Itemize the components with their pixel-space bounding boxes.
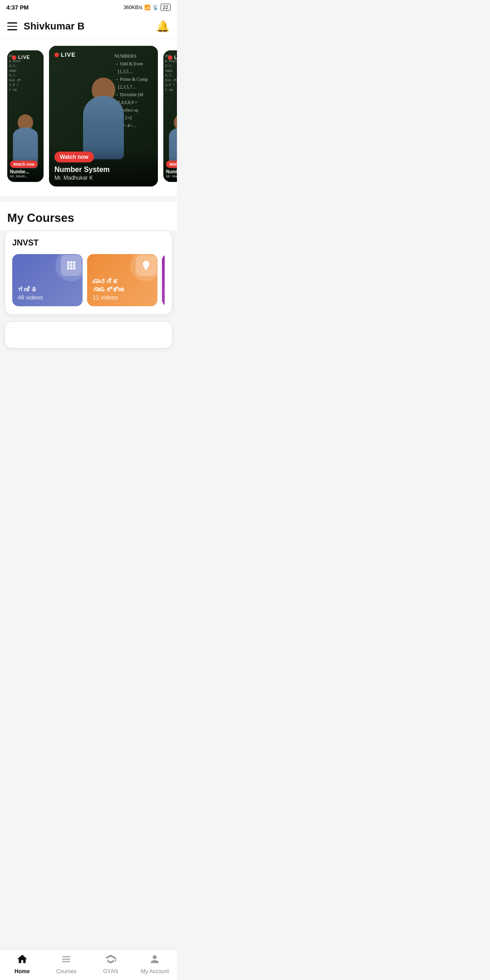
math-icon-bg	[55, 254, 83, 281]
math-icon	[61, 255, 82, 276]
header: Shivkumar B 🔔	[0, 15, 177, 39]
jnvst-title: JNVST	[12, 238, 165, 248]
carousel-card-main[interactable]: NUMBERS→ Odd & Even ⌊1,3,5…→ Prime & Com…	[49, 46, 158, 186]
spacer-1	[0, 196, 177, 202]
svg-rect-10	[145, 269, 147, 270]
live-badge-main: LIVE	[54, 51, 76, 58]
nav-gyan[interactable]: GYAN	[88, 953, 133, 975]
watch-now-button-right[interactable]: Watch no	[166, 161, 177, 168]
svg-rect-4	[70, 265, 73, 267]
courses-label: Courses	[56, 968, 77, 975]
nav-home[interactable]: Home	[0, 953, 44, 975]
mental-subject-card[interactable]: ಮಾನಸಿಕ ಸಾಮರ್ಥ್ಯ 11 videos	[87, 254, 157, 306]
watch-now-button-left[interactable]: Watch now	[10, 161, 38, 168]
second-course-card[interactable]	[5, 321, 172, 348]
network-speed: 360KB/s	[123, 5, 142, 10]
kannada-subject-card[interactable]: ಕ ಕನ್ನಡ 11 videos	[162, 254, 165, 306]
svg-rect-6	[67, 267, 69, 270]
battery-indicator: 22	[161, 4, 171, 11]
live-badge-right: LIVE	[168, 55, 177, 60]
header-left: Shivkumar B	[7, 20, 85, 32]
live-text: LIVE	[18, 55, 30, 60]
svg-rect-5	[73, 265, 75, 267]
my-courses-section: My Courses JNVST	[0, 202, 177, 348]
side-card-title: Numbe...	[10, 169, 41, 174]
card-subtitle-main: Mr. Madhukar K	[54, 175, 152, 181]
carousel-track: RS& Even2,1…ompl5,7…ble (M1,9 =t sq LIVE…	[0, 46, 177, 186]
live-carousel: RS& Even2,1…ompl5,7…ble (M1,9 =t sq LIVE…	[0, 39, 177, 196]
account-label: My Account	[141, 968, 169, 975]
right-card-title: Numbe...	[166, 169, 177, 174]
nav-courses[interactable]: Courses	[44, 953, 89, 975]
math-subject-card[interactable]: ಗಣಿತ 48 videos	[12, 254, 83, 306]
svg-rect-3	[67, 265, 69, 267]
svg-rect-8	[73, 267, 75, 270]
card-overlay-main: Watch now Number System Mr. Madhukar K	[49, 147, 158, 186]
card-title-main: Number System	[54, 165, 152, 174]
watch-now-button-main[interactable]: Watch now	[54, 152, 94, 162]
my-courses-title: My Courses	[0, 202, 177, 230]
mental-icon	[136, 255, 157, 276]
gyan-label: GYAN	[103, 968, 118, 975]
menu-button[interactable]	[7, 22, 17, 30]
svg-rect-2	[73, 261, 75, 264]
live-dot	[12, 55, 16, 60]
live-badge-left: LIVE	[12, 55, 30, 60]
svg-rect-9	[145, 268, 147, 269]
courses-icon	[60, 953, 72, 967]
header-title: Shivkumar B	[24, 20, 85, 32]
notification-bell-icon[interactable]: 🔔	[156, 20, 170, 33]
live-text-right: LIVE	[174, 55, 177, 60]
status-right: 360KB/s 📶 📡 22	[123, 4, 171, 11]
home-label: Home	[15, 968, 29, 975]
live-dot-right	[168, 55, 172, 60]
carousel-card-left[interactable]: RS& Even2,1…ompl5,7…ble (M1,9 =t sq LIVE…	[7, 50, 44, 182]
subject-cards-row: ಗಣಿತ 48 videos ಮಾನಸಿಕ ಸ	[12, 254, 165, 307]
live-dot-main	[54, 53, 59, 57]
home-icon	[16, 953, 28, 967]
carousel-card-right[interactable]: RS& Even2,1…ompl5,7…ble (M1,9 =t sq LIVE…	[163, 50, 177, 182]
right-card-overlay: Watch no Numbe... Mr. Madh...	[163, 157, 177, 182]
wifi-icon: 📡	[152, 5, 159, 10]
side-card-overlay: Watch now Numbe... Mr. Madh...	[7, 157, 44, 182]
svg-rect-0	[67, 261, 69, 264]
main-content: RS& Even2,1…ompl5,7…ble (M1,9 =t sq LIVE…	[0, 39, 177, 403]
math-video-count: 48 videos	[18, 294, 77, 301]
status-bar: 4:37 PM 360KB/s 📶 📡 22	[0, 0, 177, 15]
nav-my-account[interactable]: My Account	[133, 953, 177, 975]
mental-video-count: 11 videos	[93, 294, 152, 301]
lightbulb-icon	[141, 260, 152, 271]
side-card-subtitle: Mr. Madh...	[10, 174, 41, 178]
gyan-icon	[105, 953, 117, 967]
account-icon	[149, 953, 161, 967]
status-time: 4:37 PM	[6, 4, 29, 11]
svg-rect-7	[70, 267, 73, 270]
bottom-nav: Home Courses GYAN My Account	[0, 949, 177, 980]
right-card-subtitle: Mr. Madh...	[166, 174, 177, 178]
grid-icon	[66, 260, 77, 271]
signal-icons: 📶	[144, 5, 151, 10]
live-text-main: LIVE	[61, 51, 76, 58]
svg-rect-1	[70, 261, 73, 264]
jnvst-course-card: JNVST	[5, 230, 172, 315]
math-subject-name: ಗಣಿತ	[18, 286, 77, 294]
